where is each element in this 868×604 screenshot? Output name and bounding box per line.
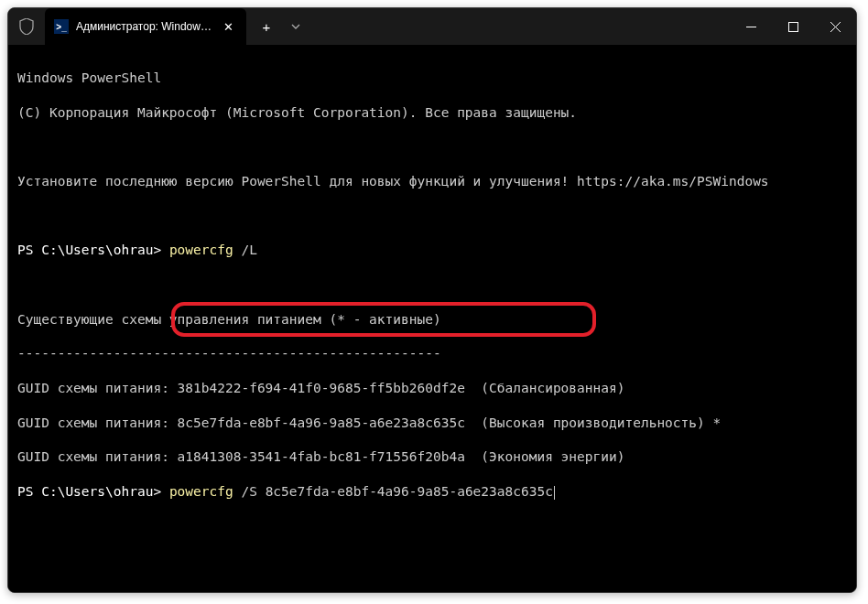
blank-line <box>17 208 847 225</box>
svg-rect-1 <box>788 22 797 31</box>
window-controls <box>730 8 856 45</box>
new-tab-button[interactable]: + <box>250 13 283 40</box>
command: powercfg <box>169 243 242 257</box>
text-cursor <box>554 486 555 500</box>
prompt-prefix: PS C:\Users\ohrau> <box>17 243 169 257</box>
scheme-line: GUID схемы питания: a1841308-3541-4fab-b… <box>17 448 847 466</box>
command-arg: /S 8c5e7fda-e8bf-4a96-9a85-a6e23a8c635c <box>241 484 552 499</box>
prompt-prefix: PS C:\Users\ohrau> <box>17 484 169 499</box>
separator: ----------------------------------------… <box>17 345 847 362</box>
close-button[interactable] <box>814 8 856 45</box>
prompt-line: PS C:\Users\ohrau> powercfg /L <box>17 242 847 259</box>
titlebar-left: >_ Администратор: Windows Po ✕ + <box>8 8 309 45</box>
scheme-line: GUID схемы питания: 381b4222-f694-41f0-9… <box>17 380 847 397</box>
banner-line: Windows PowerShell <box>17 70 847 87</box>
minimize-button[interactable] <box>730 8 772 45</box>
shield-icon <box>8 8 45 45</box>
titlebar: >_ Администратор: Windows Po ✕ + <box>8 8 856 45</box>
powershell-icon: >_ <box>54 19 69 34</box>
maximize-button[interactable] <box>772 8 814 45</box>
schemes-header: Существующие схемы управления питанием (… <box>17 311 847 329</box>
prompt-line: PS C:\Users\ohrau> powercfg /S 8c5e7fda-… <box>17 483 847 501</box>
blank-line <box>17 276 847 294</box>
banner-line: (C) Корпорация Майкрософт (Microsoft Cor… <box>17 104 847 122</box>
install-msg: Установите последнюю версию PowerShell д… <box>17 173 847 190</box>
tab-title: Администратор: Windows Po <box>76 20 212 33</box>
tab-dropdown-button[interactable] <box>283 13 309 40</box>
terminal-window: >_ Администратор: Windows Po ✕ + Windows… <box>7 7 857 593</box>
command: powercfg <box>169 484 242 499</box>
command-arg: /L <box>241 243 256 257</box>
powershell-icon-glyph: >_ <box>56 22 66 32</box>
terminal-body[interactable]: Windows PowerShell (C) Корпорация Майкро… <box>8 45 856 592</box>
blank-line <box>17 138 847 156</box>
tab-close-button[interactable]: ✕ <box>220 18 237 36</box>
active-tab[interactable]: >_ Администратор: Windows Po ✕ <box>45 8 246 45</box>
scheme-line: GUID схемы питания: 8c5e7fda-e8bf-4a96-9… <box>17 415 847 432</box>
